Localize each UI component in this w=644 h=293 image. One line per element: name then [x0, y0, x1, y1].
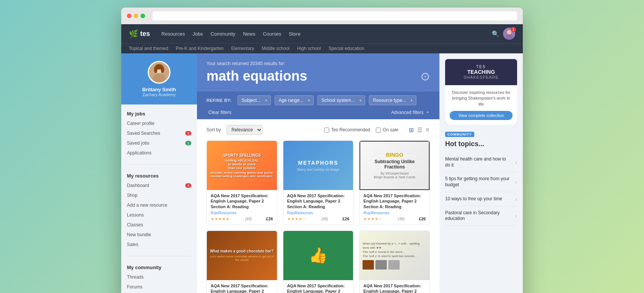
resource-card[interactable]: 👍 AQA New 2017 Specification: English La… [283, 231, 354, 293]
profile-name: Brittany Smith [142, 87, 176, 92]
my-jobs-title: My jobs [121, 109, 197, 118]
sidebar-item-sales[interactable]: Sales [121, 240, 197, 249]
resource-bottom: ★★★★☆ (49) £26 [287, 217, 350, 221]
resource-thumbnail: 👍 [283, 231, 353, 280]
sidebar-item-saved-searches[interactable]: Saved Searches 2 [121, 128, 197, 138]
sidebar-divider-2 [127, 256, 191, 256]
age-filter[interactable]: Age range... [275, 95, 314, 105]
subject-filter[interactable]: Subject... [238, 95, 271, 105]
close-dot[interactable] [127, 14, 131, 18]
ad-description: Discover inspiring resources for bringin… [450, 90, 513, 107]
on-sale-input[interactable] [376, 128, 381, 132]
sidebar-item-classes[interactable]: Classes [121, 220, 197, 230]
search-large-icon[interactable]: ⊙ [420, 70, 430, 83]
sort-select[interactable]: Relevance [227, 125, 263, 135]
resource-card[interactable]: What makes a good chocolate bar? Let's w… [206, 231, 277, 293]
logo-icon: 🌿 [129, 29, 138, 38]
address-bar[interactable] [153, 11, 517, 20]
subnav-prek[interactable]: Pre-K and Kindergarten [176, 46, 224, 51]
hot-topic-item[interactable]: Pastoral care in Secondary education › [445, 206, 517, 226]
sidebar-item-lessons[interactable]: Lessons [121, 210, 197, 220]
sidebar-section-community: My community Threads Forums Conversation… [121, 258, 197, 293]
chevron-right-icon: › [515, 213, 517, 219]
resource-thumbnail: BINGO Subtracting UnlikeFractions By Who… [360, 141, 430, 190]
thumb-text: When [a] followed by a <...> soft... spe… [360, 238, 430, 273]
nav-news[interactable]: News [243, 29, 255, 39]
subnav-special[interactable]: Special education [328, 46, 364, 51]
resource-bottom: ★★★★★ (49) £26 [211, 217, 273, 221]
subnav-middle[interactable]: Middle school [262, 46, 289, 51]
resource-stars: ★★★★☆ [363, 217, 382, 221]
nav-resources[interactable]: Resources [161, 29, 185, 39]
compact-view-icon[interactable]: ≡ [425, 126, 430, 134]
sort-label: Sort by [206, 127, 221, 132]
sidebar-item-add-resource[interactable]: Add a new resource [121, 200, 197, 210]
resource-card[interactable]: When [a] followed by a <...> soft... spe… [359, 231, 430, 293]
clear-filters-button[interactable]: Clear filters [208, 110, 231, 115]
resource-type-filter[interactable]: Resource type... [369, 95, 416, 105]
resource-card[interactable]: BINGO Subtracting UnlikeFractions By Who… [359, 140, 430, 225]
resource-card[interactable]: METAPHORS Blurry text overlay on image A… [283, 140, 354, 225]
nav-links: Resources Jobs Community News Courses St… [161, 29, 488, 39]
subnav-topical[interactable]: Topical and themed [129, 46, 168, 51]
hot-topic-text: Mental health care and how to do it [445, 156, 512, 168]
search-title-row: math equations ⊙ [206, 68, 430, 84]
resource-thumbnail: SPORTY SPELLINGS Adding ABLE/AL/IALto wo… [207, 141, 277, 190]
ad-body: Discover inspiring resources for bringin… [445, 85, 517, 125]
community-section: COMMUNITY Hot topics... Mental health ca… [445, 130, 517, 226]
top-navigation: 🌿 tes Resources Jobs Community News Cour… [121, 24, 523, 43]
tes-recommended-input[interactable] [324, 128, 329, 132]
sidebar-item-saved-jobs[interactable]: Saved jobs 1 [121, 138, 197, 148]
nav-courses[interactable]: Courses [263, 29, 281, 39]
sidebar-item-applications[interactable]: Applications [121, 148, 197, 158]
hot-topic-item[interactable]: Mental health care and how to do it › [445, 153, 517, 172]
hot-topic-text: 5 tips for getting more from your budget [445, 176, 512, 188]
sort-row: Sort by Relevance Tes Recommended On sal… [206, 125, 430, 135]
sidebar-item-dashboard[interactable]: Dashboard 4 [121, 181, 197, 190]
ad-card: tes TEACHING SHAKESPEARE Discover inspir… [445, 59, 517, 125]
grid-view-icon[interactable]: ⊞ [408, 126, 414, 134]
search-icon[interactable]: 🔍 [492, 30, 499, 37]
school-filter[interactable]: School system... [317, 95, 365, 105]
chevron-right-icon: › [515, 159, 517, 165]
nav-store[interactable]: Store [289, 29, 300, 39]
resource-author[interactable]: RojoResources [287, 211, 350, 215]
advanced-filters-button[interactable]: Advanced filters ＋ [391, 109, 430, 115]
subnav-high[interactable]: High school [297, 46, 321, 51]
list-view-icon[interactable]: ☰ [416, 126, 423, 134]
sidebar-section-jobs: My jobs Career profile Saved Searches 2 … [121, 104, 197, 162]
nav-jobs[interactable]: Jobs [192, 29, 203, 39]
maximize-dot[interactable] [141, 14, 145, 18]
search-subtitle: Your search returned 20345 results for: [206, 61, 430, 66]
minimize-dot[interactable] [134, 14, 138, 18]
sidebar-item-threads[interactable]: Threads [121, 272, 197, 282]
sidebar-item-shop[interactable]: Shop [121, 190, 197, 200]
search-title: math equations [206, 68, 307, 84]
subnav-elementary[interactable]: Elementary [231, 46, 254, 51]
tes-recommended-checkbox[interactable]: Tes Recommended [324, 127, 370, 132]
on-sale-checkbox[interactable]: On sale [376, 127, 398, 132]
resource-stars: ★★★★☆ [287, 217, 306, 221]
resource-card[interactable]: SPORTY SPELLINGS Adding ABLE/AL/IALto wo… [206, 140, 277, 225]
resource-author[interactable]: RojoResources [363, 211, 426, 215]
school-filter-wrapper: School system... [317, 95, 365, 105]
logo[interactable]: 🌿 tes [129, 29, 150, 38]
sidebar-item-new-bundle[interactable]: New bundle [121, 230, 197, 240]
community-label: COMMUNITY [445, 132, 474, 137]
resource-thumbnail: When [a] followed by a <...> soft... spe… [360, 231, 430, 280]
resource-bottom: ★★★★☆ (49) £26 [363, 217, 426, 221]
resource-price: £26 [419, 217, 426, 221]
ad-button[interactable]: View complete collection [450, 111, 513, 120]
hot-topic-item[interactable]: 5 tips for getting more from your budget… [445, 172, 517, 192]
sidebar-item-career[interactable]: Career profile [121, 118, 197, 128]
resource-grid: SPORTY SPELLINGS Adding ABLE/AL/IALto wo… [206, 140, 430, 293]
sidebar-item-forums[interactable]: Forums [121, 282, 197, 292]
saved-searches-badge: 2 [185, 131, 191, 136]
sidebar-profile: Brittany Smith Zachary Academy [121, 53, 197, 104]
hot-topic-item[interactable]: 10 ways to free up your time › [445, 192, 517, 206]
results-area: Sort by Relevance Tes Recommended On sal… [197, 119, 439, 293]
resource-author[interactable]: RojoResources [211, 211, 273, 215]
resource-price: £26 [342, 217, 349, 221]
window-controls [127, 14, 145, 18]
nav-community[interactable]: Community [211, 29, 236, 39]
